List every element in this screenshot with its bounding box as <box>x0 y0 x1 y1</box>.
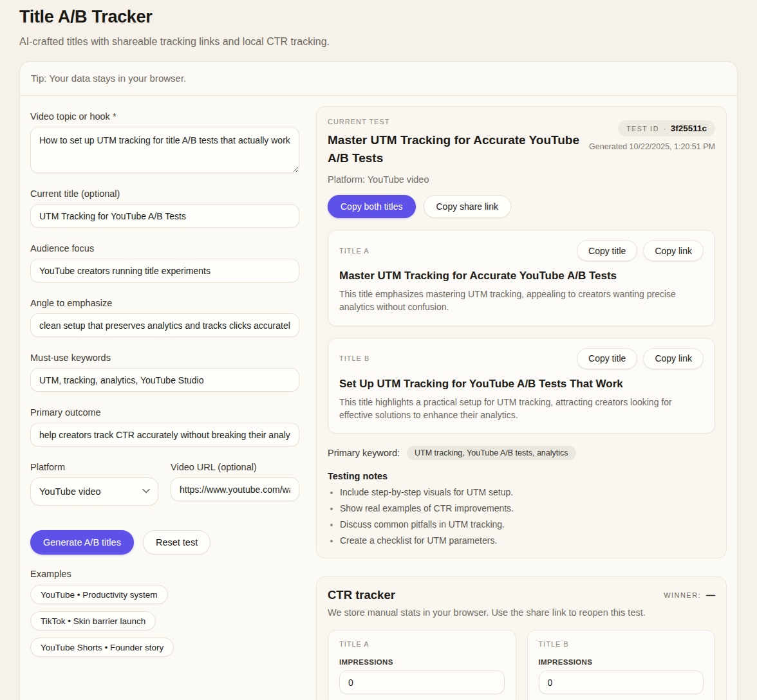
page-subtitle: AI-crafted titles with shareable trackin… <box>19 36 738 48</box>
variant-b-copy-title-button[interactable]: Copy title <box>577 348 637 369</box>
example-pill-shorts-founder[interactable]: YouTube Shorts • Founder story <box>30 638 174 657</box>
topic-textarea[interactable]: How to set up UTM tracking for title A/B… <box>30 127 299 173</box>
current-title-label: Current title (optional) <box>30 189 299 199</box>
current-title-input[interactable] <box>30 204 299 228</box>
current-test-meta: TEST ID · 3f25511c Generated 10/22/2025,… <box>589 118 715 151</box>
current-test-heading-block: CURRENT TEST Master UTM Tracking for Acc… <box>328 118 580 185</box>
current-test-title: Master UTM Tracking for Accurate YouTube… <box>328 131 580 167</box>
winner-value: — <box>706 590 715 600</box>
variant-b-copy-link-button[interactable]: Copy link <box>643 348 704 369</box>
testing-note: Discuss common pitfalls in UTM tracking. <box>340 519 715 530</box>
copy-both-titles-button[interactable]: Copy both titles <box>328 195 416 218</box>
test-id-badge: TEST ID · 3f25511c <box>618 120 715 136</box>
test-id-label: TEST ID <box>626 125 659 133</box>
copy-share-link-button[interactable]: Copy share link <box>424 195 512 218</box>
stat-a-eyebrow: TITLE A <box>339 640 505 648</box>
ctr-tracker-title: CTR tracker <box>328 588 395 602</box>
variant-a-title: Master UTM Tracking for Accurate YouTube… <box>339 270 704 282</box>
variant-b-eyebrow: TITLE B <box>339 355 369 362</box>
current-test-platform: Platform: YouTube video <box>328 174 580 185</box>
video-url-label: Video URL (optional) <box>171 462 299 472</box>
test-id-value: 3f25511c <box>671 124 707 133</box>
stat-b-impressions-input[interactable] <box>539 670 704 694</box>
platform-select[interactable]: YouTube video <box>30 477 158 506</box>
app-card: Tip: Your data stays in your browser. Vi… <box>19 61 738 700</box>
testing-notes-list: Include step-by-step visuals for UTM set… <box>328 487 715 546</box>
copy-actions-row: Copy both titles Copy share link <box>328 195 715 218</box>
current-test-header: CURRENT TEST Master UTM Tracking for Acc… <box>328 118 715 185</box>
result-column: CURRENT TEST Master UTM Tracking for Acc… <box>316 106 727 700</box>
ctr-tracker-panel: CTR tracker WINNER: — We store manual st… <box>316 576 727 700</box>
example-pill-tiktok-skin[interactable]: TikTok • Skin barrier launch <box>30 611 156 631</box>
variant-a-copy-title-button[interactable]: Copy title <box>577 240 637 261</box>
testing-note: Create a checklist for UTM parameters. <box>340 535 715 546</box>
stat-b-eyebrow: TITLE B <box>539 640 704 648</box>
platform-label: Platform <box>30 462 158 472</box>
main-content: Video topic or hook * How to set up UTM … <box>20 96 737 700</box>
generated-timestamp: Generated 10/22/2025, 1:20:51 PM <box>589 142 715 151</box>
platform-url-row: Platform YouTube video Video URL (option… <box>30 447 299 506</box>
winner-label: WINNER: <box>664 591 701 599</box>
form-actions: Generate A/B titles Reset test <box>30 530 299 555</box>
primary-keyword-label: Primary keyword: <box>328 448 400 458</box>
variant-a-description: This title emphasizes mastering UTM trac… <box>339 288 703 314</box>
examples-label: Examples <box>30 569 299 579</box>
ctr-stats-grid: TITLE A IMPRESSIONS TITLE B IMPRESSIONS <box>328 630 715 700</box>
variant-card-a: TITLE A Copy title Copy link Master UTM … <box>328 230 715 326</box>
stat-a-impressions-label: IMPRESSIONS <box>339 658 505 666</box>
stat-b-impressions-label: IMPRESSIONS <box>539 658 704 666</box>
generate-button[interactable]: Generate A/B titles <box>30 530 134 555</box>
outcome-label: Primary outcome <box>30 407 299 418</box>
video-url-input[interactable] <box>171 477 299 501</box>
page-title: Title A/B Tracker <box>19 0 738 28</box>
example-pill-youtube-productivity[interactable]: YouTube • Productivity system <box>30 585 168 604</box>
examples-section: Examples YouTube • Productivity system T… <box>30 569 299 657</box>
topic-label: Video topic or hook * <box>30 111 299 122</box>
primary-keyword-badge: UTM tracking, YouTube A/B tests, analyti… <box>407 446 576 460</box>
stat-card-title-b: TITLE B IMPRESSIONS <box>527 630 716 700</box>
testing-note: Show real examples of CTR improvements. <box>340 503 715 513</box>
audience-input[interactable] <box>30 259 299 282</box>
keywords-label: Must-use keywords <box>30 353 299 363</box>
angle-label: Angle to emphasize <box>30 298 299 308</box>
testing-notes-heading: Testing notes <box>328 471 715 481</box>
primary-keyword-row: Primary keyword: UTM tracking, YouTube A… <box>328 446 715 460</box>
ctr-tracker-subtitle: We store manual stats in your browser. U… <box>328 607 715 618</box>
current-test-panel: CURRENT TEST Master UTM Tracking for Acc… <box>316 106 727 558</box>
variant-card-b: TITLE B Copy title Copy link Set Up UTM … <box>328 338 715 434</box>
variant-b-description: This title highlights a practical setup … <box>339 396 703 422</box>
tip-banner: Tip: Your data stays in your browser. <box>20 62 737 96</box>
variant-a-eyebrow: TITLE A <box>339 247 369 255</box>
keywords-input[interactable] <box>30 368 299 392</box>
form-column: Video topic or hook * How to set up UTM … <box>30 106 299 657</box>
angle-input[interactable] <box>30 313 299 337</box>
outcome-input[interactable] <box>30 423 299 447</box>
test-id-separator: · <box>664 124 666 133</box>
variant-a-copy-link-button[interactable]: Copy link <box>643 240 704 261</box>
stat-card-title-a: TITLE A IMPRESSIONS <box>328 630 516 700</box>
reset-test-button[interactable]: Reset test <box>143 530 210 555</box>
ctr-tracker-header: CTR tracker WINNER: — <box>328 588 715 602</box>
audience-label: Audience focus <box>30 243 299 253</box>
winner-indicator: WINNER: — <box>664 590 715 600</box>
stat-a-impressions-input[interactable] <box>339 670 505 694</box>
testing-note: Include step-by-step visuals for UTM set… <box>340 487 715 497</box>
variant-b-title: Set Up UTM Tracking for YouTube A/B Test… <box>339 378 704 391</box>
page: Title A/B Tracker AI-crafted titles with… <box>0 0 757 700</box>
current-test-eyebrow: CURRENT TEST <box>328 118 580 125</box>
